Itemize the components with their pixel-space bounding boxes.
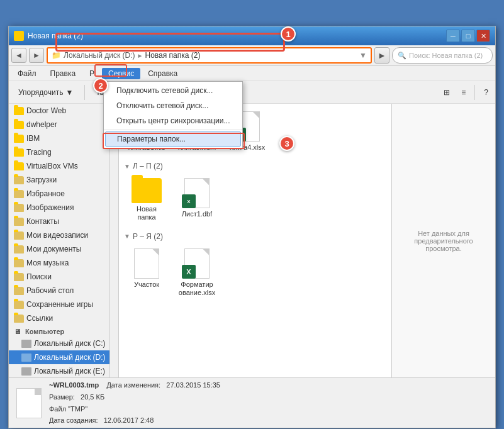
- search-placeholder: Поиск: Новая папка (2): [409, 52, 483, 59]
- sidebar-label-savedgames: Сохраненные игры: [26, 300, 93, 309]
- help-button[interactable]: ?: [479, 84, 493, 101]
- sidebar-label-favorites: Избранное: [26, 189, 65, 198]
- sidebar-item-videos[interactable]: Мои видеозаписи: [9, 228, 109, 242]
- dropdown-item-disconnect[interactable]: Отключить сетевой диск...: [104, 98, 242, 113]
- status-modified-label: Дата изменения:: [106, 381, 160, 389]
- sidebar-label-drive-d: Локальный диск (D:): [34, 353, 106, 362]
- sidebar-label-tracing: Tracing: [26, 148, 52, 157]
- sidebar-item-drive-c[interactable]: Локальный диск (C:): [9, 337, 109, 350]
- file-item-novaya-papka[interactable]: Новая папка: [124, 176, 169, 224]
- sidebar-item-music[interactable]: Моя музыка: [9, 256, 109, 270]
- folder-icon-small: 📁: [52, 51, 61, 60]
- sidebar-item-dwhelper[interactable]: dwhelper: [9, 118, 109, 131]
- addressbar-area: ◄ ► 📁 Локальный диск (D:) ► Новая папка …: [9, 45, 495, 66]
- annotation-3: 3: [279, 136, 294, 151]
- file-item-list1[interactable]: X Лист1.dbf: [174, 176, 220, 224]
- folder-icon: [14, 204, 24, 212]
- search-icon: 🔍: [398, 52, 406, 60]
- sidebar-item-virtualbox[interactable]: VirtualBox VMs: [9, 159, 109, 173]
- close-button[interactable]: ✕: [476, 30, 490, 42]
- sidebar-item-ibm[interactable]: IBM: [9, 131, 109, 145]
- sidebar-item-images[interactable]: Изображения: [9, 201, 109, 214]
- sidebar-label-videos: Мои видеозаписи: [26, 231, 88, 240]
- statusbar: ~WRL0003.tmp Дата изменения: 27.03.2015 …: [9, 377, 495, 428]
- folder-icon: [14, 245, 24, 254]
- status-created-date: 12.06.2017 2:48: [104, 416, 154, 424]
- status-filename: ~WRL0003.tmp: [49, 381, 99, 389]
- menu-help[interactable]: Справка: [142, 68, 184, 79]
- status-size-label: Размер:: [49, 393, 75, 401]
- view-details-button[interactable]: ≡: [457, 84, 470, 101]
- menu-file[interactable]: Файл: [11, 68, 43, 79]
- dropdown-item-folder-options[interactable]: Параметры папок...: [105, 131, 241, 147]
- status-size-value: 20,5 КБ: [81, 393, 104, 401]
- organize-button[interactable]: Упорядочить ▼: [11, 84, 80, 101]
- folder-icon: [14, 176, 24, 184]
- dropdown-separator: [104, 130, 242, 130]
- folder-icon: [132, 178, 162, 203]
- minimize-button[interactable]: ─: [446, 30, 460, 42]
- go-button[interactable]: ►: [374, 47, 389, 64]
- drive-icon-d: [21, 354, 31, 362]
- sidebar-item-favorites[interactable]: Избранное: [9, 187, 109, 201]
- sidebar-item-contacts[interactable]: Контакты: [9, 214, 109, 228]
- file-name-uchastok: Участок: [134, 281, 159, 289]
- sidebar-item-links[interactable]: Ссылки: [9, 311, 109, 325]
- file-item-uchastok[interactable]: Участок: [124, 246, 169, 299]
- view-toggle-button[interactable]: ⊞: [439, 84, 454, 101]
- maximize-button[interactable]: □: [461, 30, 475, 42]
- file-group-lp: Новая папка X Лист1.dbf: [124, 176, 386, 224]
- file-name-formatting: Форматир ование.xlsx: [177, 281, 217, 297]
- file-name-novaya-papka: Новая папка: [126, 205, 167, 221]
- forward-button[interactable]: ►: [29, 48, 44, 63]
- address-box[interactable]: 📁 Локальный диск (D:) ► Новая папка (2) …: [47, 47, 372, 64]
- drive-icon-e: [21, 367, 31, 376]
- status-info: ~WRL0003.tmp Дата изменения: 27.03.2015 …: [49, 379, 220, 426]
- organize-label: Упорядочить: [18, 88, 63, 97]
- sidebar-item-documents[interactable]: Мои документы: [9, 242, 109, 256]
- dropdown-item-sync[interactable]: Открыть центр синхронизации...: [104, 113, 242, 128]
- excel-icon-2: X: [182, 248, 212, 279]
- menu-edit[interactable]: Правка: [44, 68, 82, 79]
- dropdown-item-connect[interactable]: Подключить сетевой диск...: [104, 83, 242, 98]
- sidebar-label-drive-c: Локальный диск (C:): [34, 339, 106, 348]
- sidebar-item-drive-e[interactable]: Локальный диск (E:): [9, 364, 109, 377]
- folder-icon: [14, 259, 24, 267]
- toolbar-separator: [84, 85, 85, 100]
- folder-icon: [14, 287, 24, 295]
- window-title: Новая папка (2): [28, 31, 83, 40]
- back-button[interactable]: ◄: [11, 48, 26, 63]
- sidebar-label-virtualbox: VirtualBox VMs: [26, 162, 78, 170]
- search-box[interactable]: 🔍 Поиск: Новая папка (2): [392, 47, 493, 64]
- menu-view[interactable]: Р: [83, 68, 101, 79]
- annotation-2: 2: [93, 78, 108, 93]
- folder-icon: [14, 315, 24, 323]
- sidebar-item-tracing[interactable]: Tracing: [9, 145, 109, 159]
- menubar: Файл Правка Р Сервис Справка Подключить …: [9, 66, 495, 81]
- titlebar-title: Новая папка (2): [14, 31, 83, 41]
- drive-icon-c: [21, 340, 31, 348]
- sidebar-item-desktop[interactable]: Рабочий стол: [9, 284, 109, 298]
- sidebar-label-documents: Мои документы: [26, 245, 81, 254]
- folder-icon: [14, 31, 24, 41]
- sidebar-label-searches: Поиски: [26, 272, 52, 281]
- sidebar-item-searches[interactable]: Поиски: [9, 270, 109, 284]
- sidebar-label-music: Моя музыка: [26, 259, 69, 267]
- status-modified-date: 27.03.2015 15:35: [166, 381, 220, 389]
- file-item-formatting[interactable]: X Форматир ование.xlsx: [174, 246, 220, 299]
- sidebar-label-dwhelper: dwhelper: [26, 120, 57, 129]
- sidebar-item-doctorweb[interactable]: Doctor Web: [9, 104, 109, 118]
- status-created-label: Дата создания:: [49, 416, 98, 424]
- sidebar-item-drive-d[interactable]: Локальный диск (D:): [9, 350, 109, 364]
- titlebar: Новая папка (2) ─ □ ✕: [9, 26, 495, 45]
- address-dropdown-icon[interactable]: ▼: [359, 51, 367, 60]
- file-group-rya: Участок X Форматир ование.xlsx: [124, 246, 386, 299]
- sidebar-label-doctorweb: Doctor Web: [26, 106, 66, 115]
- preview-text: Нет данных для предварительного просмотр…: [397, 230, 490, 252]
- address-part1: Локальный диск (D:): [64, 51, 135, 60]
- sidebar-item-downloads[interactable]: Загрузки: [9, 173, 109, 187]
- folder-icon: [14, 135, 24, 143]
- folder-icon: [14, 121, 24, 129]
- menu-service[interactable]: Сервис: [102, 68, 140, 79]
- sidebar-item-savedgames[interactable]: Сохраненные игры: [9, 298, 109, 311]
